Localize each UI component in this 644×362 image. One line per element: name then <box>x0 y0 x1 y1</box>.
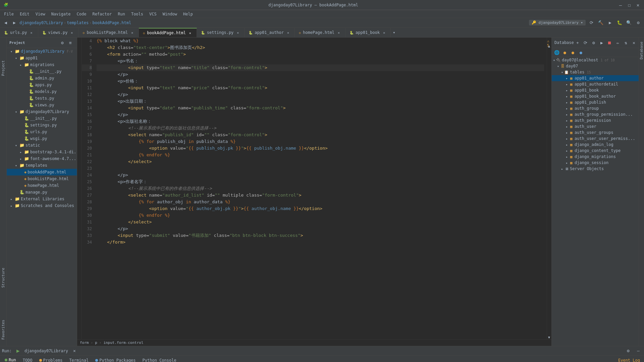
db-table-django-content-type[interactable]: ▸ ▦ django_content_type <box>552 148 639 154</box>
breadcrumb-templates[interactable]: templates <box>67 20 89 25</box>
tab-close[interactable]: ✕ <box>235 30 240 35</box>
db-refresh-icon[interactable]: ⟳ <box>582 39 589 46</box>
nav-forward[interactable]: ▶ <box>11 19 18 27</box>
tab-close[interactable]: ✕ <box>286 30 290 35</box>
debug-icon[interactable]: 🐛 <box>616 19 623 27</box>
settings-icon[interactable]: ⚙ <box>635 19 642 27</box>
db-table-auth-group-perm[interactable]: ▸ ▦ auth_group_permission... <box>552 111 639 117</box>
code-editor[interactable]: 4 5 6 7 8 9 10 11 12 13 14 15 16 17 18 1… <box>77 38 551 339</box>
run-play-button[interactable]: ▶ <box>14 347 22 355</box>
menu-help[interactable]: Help <box>180 11 196 17</box>
db-browser-icon[interactable]: 🌐 <box>553 49 560 56</box>
tab-close[interactable]: ✕ <box>336 30 341 35</box>
db-table-app01-book-author[interactable]: ▸ ▦ app01_book_author <box>552 93 639 99</box>
db-table-auth-perm[interactable]: ▸ ▦ auth_permission <box>552 117 639 123</box>
tree-item-project[interactable]: ▾ 📁 djangoday07Library F-V <box>7 48 77 55</box>
run-settings-icon[interactable]: ⚙ <box>625 347 632 355</box>
nav-back[interactable]: ◀ <box>2 19 9 27</box>
code-content[interactable]: {% block what %} <h2 class="text-center"… <box>94 38 547 339</box>
tree-item-migrations[interactable]: ▸ 📁 migrations <box>7 61 77 68</box>
project-vert-tab[interactable]: Project <box>0 58 6 79</box>
tree-item-manage-py[interactable]: 🐍 manage.py <box>7 189 77 196</box>
db-settings-icon[interactable]: ⚙ <box>590 39 597 46</box>
tab-settings-py[interactable]: 🐍 settings.py ✕ <box>197 28 245 37</box>
search-nav-icon[interactable]: 🔍 <box>625 19 633 27</box>
db-stop-icon[interactable]: ⏹ <box>606 39 613 46</box>
tree-item-init2[interactable]: 🐍 __init__.py <box>7 115 77 122</box>
structure-vert-tab[interactable]: Structure <box>0 265 6 291</box>
db-table-app01-publish[interactable]: ▸ ▦ app01_publish <box>552 99 639 105</box>
btab-problems[interactable]: Problems <box>36 357 66 362</box>
menu-file[interactable]: File <box>1 11 16 17</box>
run-close-button[interactable]: ✕ <box>71 347 78 355</box>
scroll-up-icon[interactable]: ▲ <box>548 44 550 48</box>
tree-item-bootstrap[interactable]: ▸ 📁 bootstrap-3.4.1-di... <box>7 149 77 155</box>
profile-selector[interactable]: 🔑 djangoday07Library ▾ <box>529 20 586 25</box>
tab-close[interactable]: ✕ <box>382 30 386 35</box>
scroll-down-icon[interactable]: ▼ <box>548 335 550 339</box>
sidebar-collapse-icon[interactable]: ≡ <box>67 39 74 46</box>
tab-close[interactable]: ✕ <box>29 30 34 35</box>
build-icon[interactable]: 🔨 <box>597 19 604 27</box>
menu-refactor[interactable]: Refactor <box>90 11 114 17</box>
menu-vcs[interactable]: VCS <box>147 11 159 17</box>
tree-item-admin-py[interactable]: 🐍 admin.py <box>7 75 77 82</box>
sidebar-settings-icon[interactable]: ⚙ <box>59 39 66 46</box>
tab-close[interactable]: ✕ <box>188 31 193 35</box>
event-log-link[interactable]: Event Log <box>615 358 643 362</box>
tree-item-fontawesome[interactable]: ▸ 📁 font-awesome-4.7... <box>7 155 77 162</box>
btab-packages[interactable]: Python Packages <box>92 357 139 362</box>
tree-item-apps-py[interactable]: 🐍 apps.py <box>7 82 77 88</box>
btab-todo[interactable]: TODO <box>19 357 36 362</box>
db-table-app01-authordetail[interactable]: ▸ ▦ app01_authordetail <box>552 81 639 87</box>
tree-item-booklistpage[interactable]: ◈ bookListPage.html <box>7 175 77 182</box>
tree-item-urls[interactable]: 🐍 urls.py <box>7 128 77 135</box>
tree-item-wsgi[interactable]: 🐍 wsgi.py <box>7 135 77 142</box>
tree-item-views-py[interactable]: 🐍 views.py <box>7 102 77 108</box>
menu-code[interactable]: Code <box>74 11 89 17</box>
tree-item-static[interactable]: ▾ 📁 static <box>7 142 77 149</box>
tree-item-models-py[interactable]: 🐍 models.py <box>7 88 77 95</box>
db-table-django-migrations[interactable]: ▸ ▦ django_migrations <box>552 154 639 160</box>
db-firefox-icon[interactable]: ● <box>569 49 577 56</box>
db-server-objects[interactable]: ▸ 🖥 Server Objects <box>552 166 639 172</box>
scroll-down-arrow[interactable]: ▼ <box>547 335 551 339</box>
db-vert-tab[interactable]: Database <box>639 39 644 62</box>
tab-app01-book[interactable]: 🐍 app01_book ✕ <box>345 28 391 37</box>
btab-run[interactable]: Run <box>1 357 19 362</box>
tree-item-external-libs[interactable]: ▸ 📁 External Libraries <box>7 196 77 202</box>
db-expand-icon[interactable]: ⇅ <box>622 39 630 46</box>
tab-app01-author[interactable]: 🐍 app01_author ✕ <box>245 28 295 37</box>
menu-window[interactable]: Window <box>160 11 180 17</box>
btab-terminal[interactable]: Terminal <box>66 357 92 362</box>
tree-item-homepage[interactable]: ◈ homePage.html <box>7 182 77 189</box>
favorites-vert-tab[interactable]: Favorites <box>0 317 6 343</box>
db-connection-item[interactable]: ▾ 🔌 day07@localhost 1 of 10 <box>552 57 639 63</box>
db-table-app01-book[interactable]: ▸ ▦ app01_book <box>552 87 639 93</box>
sync-icon[interactable]: ⟳ <box>588 19 595 27</box>
tab-close[interactable]: ✕ <box>130 30 135 35</box>
tab-urls-py[interactable]: 🐍 urls.py ✕ <box>0 28 38 37</box>
tab-homepage[interactable]: ◇ homePage.html ✕ <box>295 28 345 37</box>
tab-close[interactable]: ✕ <box>69 30 74 35</box>
db-chrome-icon[interactable]: ● <box>561 49 569 56</box>
breadcrumb-file[interactable]: bookAddPage.html <box>93 20 131 25</box>
run-icon[interactable]: ▶ <box>606 19 614 27</box>
scroll-arrows[interactable]: ▲ <box>547 44 551 48</box>
tab-views-py[interactable]: 🐍 views.py ✕ <box>38 28 79 37</box>
db-table-auth-user-groups[interactable]: ▸ ▦ auth_user_groups <box>552 130 639 136</box>
menu-navigate[interactable]: Navigate <box>49 11 73 17</box>
db-table-auth-group[interactable]: ▸ ▦ auth_group <box>552 105 639 111</box>
db-database-item[interactable]: ▾ 🗄 day07 <box>552 63 639 69</box>
tree-item-bookaddpage[interactable]: ◈ bookAddPage.html <box>7 169 77 175</box>
db-table-auth-user[interactable]: ▸ ▦ auth_user <box>552 123 639 130</box>
db-table-django-admin-log[interactable]: ▸ ▦ django_admin_log <box>552 142 639 148</box>
minimize-button[interactable]: — <box>618 2 623 8</box>
tree-item-django-lib[interactable]: ▾ 📁 djangoday07Library <box>7 108 77 115</box>
tabs-more[interactable]: ▾ <box>391 30 397 35</box>
tree-item-app01[interactable]: ▾ 📁 app01 <box>7 55 77 61</box>
breadcrumb-project[interactable]: djangoday07Library <box>19 20 63 25</box>
db-table-auth-user-perm[interactable]: ▸ ▦ auth_user_user_permiss... <box>552 136 639 142</box>
tree-item-scratches[interactable]: ▸ 📁 Scratches and Consoles <box>7 202 77 209</box>
menu-edit[interactable]: Edit <box>17 11 32 17</box>
